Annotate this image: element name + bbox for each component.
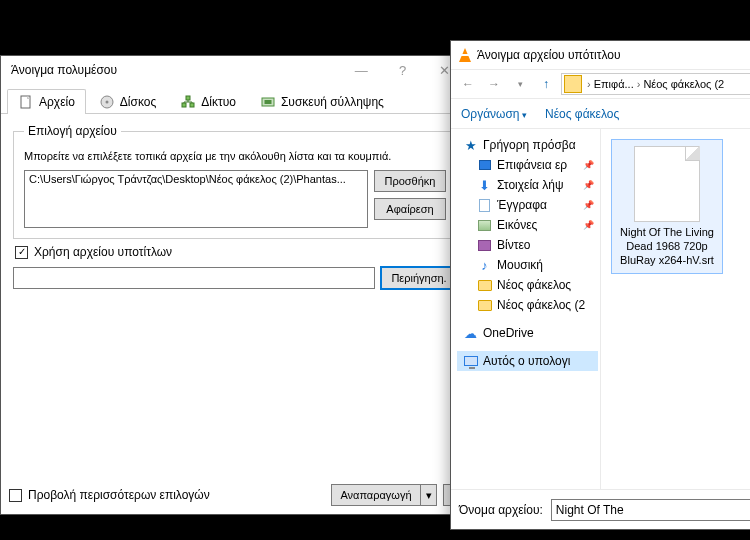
tree-pictures[interactable]: Εικόνες 📌 bbox=[457, 215, 598, 235]
pin-icon: 📌 bbox=[583, 180, 594, 190]
add-button[interactable]: Προσθήκη bbox=[374, 170, 446, 192]
tree-label: Επιφάνεια ερ bbox=[497, 158, 567, 172]
tree-label: Μουσική bbox=[497, 258, 543, 272]
tree-label: Εικόνες bbox=[497, 218, 537, 232]
nav-tree: ★ Γρήγορη πρόσβα Επιφάνεια ερ 📌 ⬇ Στοιχε… bbox=[451, 129, 601, 489]
new-folder-button[interactable]: Νέος φάκελος bbox=[545, 107, 619, 121]
file-thumbnail bbox=[634, 146, 700, 222]
use-subtitle-label: Χρήση αρχείου υποτίτλων bbox=[34, 245, 172, 259]
more-options-label: Προβολή περισσότερων επιλογών bbox=[28, 488, 210, 502]
tab-disc-label: Δίσκος bbox=[120, 95, 156, 109]
crumb-a[interactable]: Επιφά... bbox=[594, 78, 634, 90]
file-selection-hint: Μπορείτε να επιλέξετε τοπικά αρχεία με τ… bbox=[24, 150, 446, 162]
cloud-icon: ☁ bbox=[463, 326, 478, 341]
capture-icon bbox=[260, 94, 276, 110]
window-controls: — ? ✕ bbox=[342, 63, 463, 78]
pictures-icon bbox=[477, 218, 492, 233]
file-pane[interactable]: Night Of The Living Dead 1968 720p BluRa… bbox=[601, 129, 750, 489]
tree-folder2[interactable]: Νέος φάκελος (2 bbox=[457, 295, 598, 315]
crumb-b[interactable]: Νέος φάκελος (2 bbox=[643, 78, 724, 90]
tree-documents[interactable]: Έγγραφα 📌 bbox=[457, 195, 598, 215]
tree-desktop[interactable]: Επιφάνεια ερ 📌 bbox=[457, 155, 598, 175]
tree-folder1[interactable]: Νέος φάκελος bbox=[457, 275, 598, 295]
svg-rect-7 bbox=[264, 100, 271, 104]
pin-icon: 📌 bbox=[583, 220, 594, 230]
pin-icon: 📌 bbox=[583, 160, 594, 170]
file-section: Επιλογή αρχείου Μπορείτε να επιλέξετε το… bbox=[1, 114, 469, 293]
tab-network[interactable]: Δίκτυο bbox=[169, 89, 247, 114]
pin-icon: 📌 bbox=[583, 200, 594, 210]
folder-icon bbox=[477, 278, 492, 293]
tree-label: Αυτός ο υπολογι bbox=[483, 354, 570, 368]
tree-label: Νέος φάκελος bbox=[497, 278, 571, 292]
tree-label: Γρήγορη πρόσβα bbox=[483, 138, 576, 152]
tab-disc[interactable]: Δίσκος bbox=[88, 89, 167, 114]
nav-history-icon[interactable]: ▾ bbox=[509, 73, 531, 95]
checkbox-icon: ✓ bbox=[15, 246, 28, 259]
tree-music[interactable]: ♪ Μουσική bbox=[457, 255, 598, 275]
nav-up-icon[interactable]: ↑ bbox=[535, 73, 557, 95]
open-subtitle-dialog: Άνοιγμα αρχείου υπότιτλου ← → ▾ ↑ › Επιφ… bbox=[450, 40, 750, 530]
play-button[interactable]: Αναπαραγωγή bbox=[331, 484, 421, 506]
tab-file-label: Αρχείο bbox=[39, 95, 75, 109]
videos-icon bbox=[477, 238, 492, 253]
svg-rect-5 bbox=[186, 96, 190, 100]
svg-rect-3 bbox=[182, 103, 186, 107]
disc-icon bbox=[99, 94, 115, 110]
tree-label: OneDrive bbox=[483, 326, 534, 340]
subtitle-path-input[interactable] bbox=[13, 267, 375, 289]
tab-file[interactable]: Αρχείο bbox=[7, 89, 86, 114]
use-subtitle-checkbox[interactable]: ✓ Χρήση αρχείου υποτίτλων bbox=[15, 245, 455, 259]
file-icon bbox=[18, 94, 34, 110]
tree-videos[interactable]: Βίντεο bbox=[457, 235, 598, 255]
play-split-button[interactable]: Αναπαραγωγή ▾ bbox=[331, 484, 437, 506]
bottom-bar: Προβολή περισσότερων επιλογών Αναπαραγωγ… bbox=[9, 484, 461, 506]
browse-subtitles-button[interactable]: Περιήγηση. bbox=[381, 267, 457, 289]
remove-button[interactable]: Αφαίρεση bbox=[374, 198, 446, 220]
document-icon bbox=[477, 198, 492, 213]
download-icon: ⬇ bbox=[477, 178, 492, 193]
tree-label: Έγγραφα bbox=[497, 198, 547, 212]
chevron-right-icon: › bbox=[584, 78, 594, 90]
tree-label: Βίντεο bbox=[497, 238, 530, 252]
tab-bar: Αρχείο Δίσκος Δίκτυο Συσκευή σύλληψης bbox=[1, 84, 469, 114]
play-dropdown-icon[interactable]: ▾ bbox=[421, 484, 437, 506]
tree-downloads[interactable]: ⬇ Στοιχεία λήψ 📌 bbox=[457, 175, 598, 195]
star-icon: ★ bbox=[463, 138, 478, 153]
dlg-bottom-bar: Όνομα αρχείου: bbox=[451, 489, 750, 529]
tree-this-pc[interactable]: Αυτός ο υπολογι bbox=[457, 351, 598, 371]
dlg-navbar: ← → ▾ ↑ › Επιφά... › Νέος φάκελος (2 bbox=[451, 69, 750, 99]
checkbox-icon bbox=[9, 489, 22, 502]
vlc-open-media-window: Άνοιγμα πολυμέσου — ? ✕ Αρχείο Δίσκος Δί… bbox=[0, 55, 470, 515]
file-list-item: C:\Users\Γιώργος Τράντζας\Desktop\Νέος φ… bbox=[29, 173, 346, 185]
tab-capture-label: Συσκευή σύλληψης bbox=[281, 95, 384, 109]
organize-menu[interactable]: Οργάνωση bbox=[461, 107, 527, 121]
help-icon[interactable]: ? bbox=[384, 63, 422, 78]
more-options-checkbox[interactable]: Προβολή περισσότερων επιλογών bbox=[9, 488, 210, 502]
command-bar: Οργάνωση Νέος φάκελος bbox=[451, 99, 750, 129]
svg-point-2 bbox=[105, 101, 108, 104]
file-selection-group: Επιλογή αρχείου Μπορείτε να επιλέξετε το… bbox=[13, 124, 457, 239]
tree-quick-access[interactable]: ★ Γρήγορη πρόσβα bbox=[457, 135, 598, 155]
filename-input[interactable] bbox=[551, 499, 750, 521]
vlc-window-title: Άνοιγμα πολυμέσου bbox=[7, 63, 117, 77]
file-item-label: Night Of The Living Dead 1968 720p BluRa… bbox=[616, 226, 718, 267]
vlc-cone-icon bbox=[459, 48, 471, 62]
svg-rect-4 bbox=[190, 103, 194, 107]
address-bar[interactable]: › Επιφά... › Νέος φάκελος (2 bbox=[561, 73, 750, 95]
dlg-title: Άνοιγμα αρχείου υπότιτλου bbox=[477, 48, 621, 62]
desktop-icon bbox=[477, 158, 492, 173]
nav-forward-icon[interactable]: → bbox=[483, 73, 505, 95]
tree-label: Νέος φάκελος (2 bbox=[497, 298, 585, 312]
tab-network-label: Δίκτυο bbox=[201, 95, 236, 109]
file-selection-legend: Επιλογή αρχείου bbox=[24, 124, 121, 138]
minimize-icon[interactable]: — bbox=[342, 63, 380, 78]
folder-icon bbox=[564, 75, 582, 93]
tab-capture[interactable]: Συσκευή σύλληψης bbox=[249, 89, 395, 114]
file-item-srt[interactable]: Night Of The Living Dead 1968 720p BluRa… bbox=[611, 139, 723, 274]
file-list[interactable]: C:\Users\Γιώργος Τράντζας\Desktop\Νέος φ… bbox=[24, 170, 368, 228]
dlg-titlebar: Άνοιγμα αρχείου υπότιτλου bbox=[451, 41, 750, 69]
tree-onedrive[interactable]: ☁ OneDrive bbox=[457, 323, 598, 343]
nav-back-icon[interactable]: ← bbox=[457, 73, 479, 95]
vlc-titlebar: Άνοιγμα πολυμέσου — ? ✕ bbox=[1, 56, 469, 84]
